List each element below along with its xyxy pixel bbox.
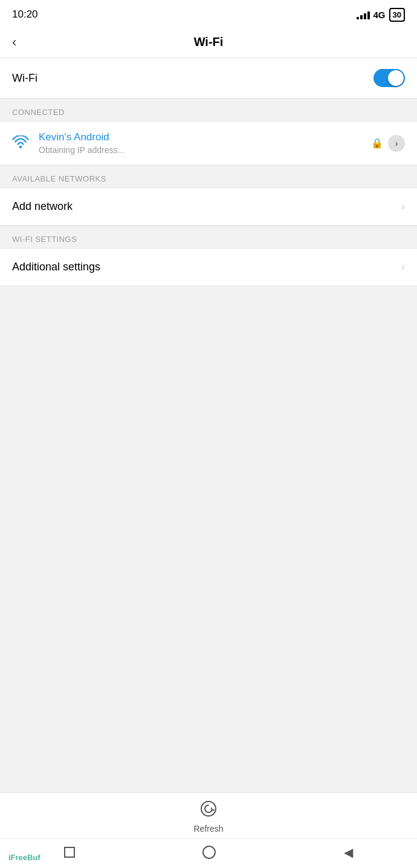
wifi-signal-icon [12,135,29,151]
svg-point-1 [201,801,216,816]
lock-icon: 🔒 [371,137,383,149]
status-icons: 4G 30 [357,8,405,22]
additional-settings-row[interactable]: Additional settings › [0,249,417,286]
available-networks-label: AVAILABLE NETWORKS [12,174,106,183]
available-section-header: AVAILABLE NETWORKS [0,165,417,188]
toggle-knob [388,70,404,86]
signal-bars-icon [357,10,370,19]
nav-home-button[interactable] [202,846,216,859]
wifi-toggle-row: Wi-Fi [0,58,417,99]
network-type-label: 4G [373,10,386,20]
additional-settings-chevron-icon: › [401,261,405,273]
network-name: Kevin's Android [39,131,371,143]
add-network-label: Add network [12,200,73,213]
network-row-actions: 🔒 › [371,135,405,152]
header: ‹ Wi-Fi [0,27,417,58]
connected-label: CONNECTED [12,108,65,117]
refresh-icon [200,800,217,821]
status-bar: 10:20 4G 30 [0,0,417,27]
connected-network-row: Kevin's Android Obtaining IP address... … [0,122,417,165]
empty-area [0,286,417,792]
add-network-row[interactable]: Add network › [0,188,417,226]
network-status: Obtaining IP address... [39,145,371,155]
page-title: Wi-Fi [194,35,224,49]
wifi-settings-section-header: WI-FI SETTINGS [0,226,417,249]
additional-settings-label: Additional settings [12,261,100,273]
nav-back-button[interactable]: ◀ [344,845,353,860]
freebuf-brand: iFreeBuf [8,853,40,862]
refresh-label: Refresh [193,824,223,834]
add-network-chevron-icon: › [401,200,405,213]
bottom-bar[interactable]: Refresh [0,792,417,838]
battery-icon: 30 [389,8,405,22]
nav-bar: iFreeBuf ◀ [0,838,417,868]
back-button[interactable]: ‹ [12,34,16,50]
wifi-toggle[interactable] [373,69,405,87]
network-detail-button[interactable]: › [388,135,405,152]
connected-section-header: CONNECTED [0,99,417,122]
svg-point-0 [19,145,22,148]
chevron-right-icon: › [395,139,398,148]
status-time: 10:20 [12,8,38,21]
nav-recent-button[interactable] [64,847,75,858]
wifi-settings-label: WI-FI SETTINGS [12,235,77,244]
network-info: Kevin's Android Obtaining IP address... [39,131,371,155]
wifi-label: Wi-Fi [12,72,37,85]
